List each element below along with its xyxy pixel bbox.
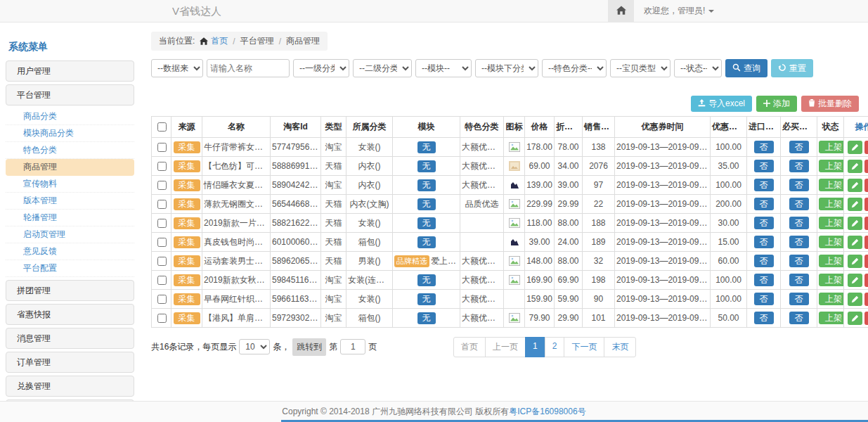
must-buy-toggle[interactable]: 否 (789, 141, 809, 153)
pager-item[interactable]: 下一页 (564, 337, 604, 357)
icp-link[interactable]: 粤ICP备16098006号 (509, 406, 585, 418)
status-badge[interactable]: 上架 (819, 141, 844, 153)
sidebar-group[interactable]: 拼团管理 (6, 280, 134, 301)
home-button[interactable] (608, 0, 634, 22)
delete-button[interactable] (864, 293, 868, 306)
select-all-checkbox[interactable] (157, 122, 167, 132)
row-checkbox[interactable] (157, 162, 167, 171)
pager-item[interactable]: 2 (545, 337, 565, 357)
delete-button[interactable] (864, 312, 868, 325)
filter-select[interactable]: --特色分类-- (542, 59, 607, 77)
breadcrumb-home-link[interactable]: 首页 (211, 35, 228, 47)
filter-select[interactable]: --一级分类-- (293, 59, 349, 77)
edit-button[interactable] (848, 293, 862, 306)
edit-button[interactable] (848, 160, 862, 173)
jump-button[interactable]: 跳转到 (292, 338, 326, 356)
filter-select[interactable]: --模块-- (415, 59, 472, 77)
must-buy-toggle[interactable]: 否 (789, 198, 809, 210)
add-button[interactable]: 添加 (756, 96, 797, 112)
must-buy-toggle[interactable]: 否 (789, 179, 809, 191)
sidebar-subitem[interactable]: 版本管理 (6, 193, 134, 210)
delete-button[interactable] (864, 217, 868, 230)
import-select-toggle[interactable]: 否 (754, 179, 774, 191)
edit-button[interactable] (848, 312, 862, 325)
pager-item[interactable]: 1 (525, 337, 545, 357)
delete-button[interactable] (864, 198, 868, 211)
status-badge[interactable]: 上架 (819, 236, 844, 248)
filter-select[interactable]: --二级分类-- (353, 59, 412, 77)
batch-delete-button[interactable]: 批量删除 (801, 96, 859, 112)
status-badge[interactable]: 上架 (819, 217, 844, 229)
filter-select[interactable]: --模块下分类-- (475, 59, 538, 77)
import-select-toggle[interactable]: 否 (754, 141, 774, 153)
sidebar-group[interactable]: 省惠快报 (6, 304, 134, 325)
name-search-input[interactable] (207, 59, 290, 77)
sidebar-subitem[interactable]: 商品管理 (6, 159, 134, 176)
edit-button[interactable] (848, 274, 862, 287)
must-buy-toggle[interactable]: 否 (789, 312, 809, 324)
sidebar-subitem[interactable]: 特色分类 (6, 142, 134, 159)
import-select-toggle[interactable]: 否 (754, 293, 774, 305)
sidebar-group[interactable]: 用户管理 (6, 60, 134, 82)
row-checkbox[interactable] (157, 200, 167, 209)
status-badge[interactable]: 上架 (819, 312, 844, 324)
status-badge[interactable]: 上架 (819, 179, 844, 191)
must-buy-toggle[interactable]: 否 (789, 160, 809, 172)
must-buy-toggle[interactable]: 否 (789, 274, 809, 286)
status-badge[interactable]: 上架 (819, 160, 844, 172)
row-checkbox[interactable] (157, 257, 167, 266)
sidebar-subitem[interactable]: 商品分类 (6, 108, 134, 125)
data-source-select[interactable]: --数据来源-- (151, 59, 203, 77)
must-buy-toggle[interactable]: 否 (789, 293, 809, 305)
edit-button[interactable] (848, 179, 862, 192)
import-select-toggle[interactable]: 否 (754, 255, 774, 267)
sidebar-subitem[interactable]: 宣传物料 (6, 176, 134, 193)
must-buy-toggle[interactable]: 否 (789, 236, 809, 248)
row-checkbox[interactable] (157, 295, 167, 304)
delete-button[interactable] (864, 160, 868, 173)
sidebar-subitem[interactable]: 模块商品分类 (6, 125, 134, 142)
import-select-toggle[interactable]: 否 (754, 198, 774, 210)
user-menu[interactable]: 欢迎您，管理员! (644, 5, 714, 17)
delete-button[interactable] (864, 255, 868, 268)
must-buy-toggle[interactable]: 否 (789, 217, 809, 229)
row-checkbox[interactable] (157, 276, 167, 285)
page-number-input[interactable] (340, 339, 365, 354)
sidebar-group[interactable]: 平台管理 (6, 84, 134, 106)
delete-button[interactable] (864, 274, 868, 287)
filter-select[interactable]: --宝贝类型-- (610, 59, 671, 77)
pager-item[interactable]: 末页 (604, 337, 636, 357)
import-select-toggle[interactable]: 否 (754, 236, 774, 248)
import-select-toggle[interactable]: 否 (754, 160, 774, 172)
delete-button[interactable] (864, 179, 868, 192)
import-excel-button[interactable]: 导入excel (691, 96, 752, 112)
status-badge[interactable]: 上架 (819, 255, 844, 267)
sidebar-group[interactable]: 消息管理 (6, 328, 134, 349)
edit-button[interactable] (848, 255, 862, 268)
row-checkbox[interactable] (157, 181, 167, 190)
pager-item[interactable]: 首页 (453, 337, 486, 357)
sidebar-subitem[interactable]: 意见反馈 (6, 243, 134, 260)
per-page-select[interactable]: 10 (239, 339, 270, 354)
row-checkbox[interactable] (157, 238, 167, 247)
must-buy-toggle[interactable]: 否 (789, 255, 809, 267)
import-select-toggle[interactable]: 否 (754, 274, 774, 286)
sidebar-subitem[interactable]: 启动页管理 (6, 226, 134, 243)
import-select-toggle[interactable]: 否 (754, 217, 774, 229)
sidebar-group[interactable]: 订单管理 (6, 352, 134, 373)
filter-select[interactable]: --状态-- (674, 59, 722, 77)
status-badge[interactable]: 上架 (819, 293, 844, 305)
sidebar-subitem[interactable]: 平台配置 (6, 260, 134, 277)
sidebar-group[interactable]: 兑换管理 (6, 376, 134, 397)
row-checkbox[interactable] (157, 143, 167, 152)
status-badge[interactable]: 上架 (819, 198, 844, 210)
status-badge[interactable]: 上架 (819, 274, 844, 286)
import-select-toggle[interactable]: 否 (754, 312, 774, 324)
search-button[interactable]: 查询 (725, 59, 767, 77)
edit-button[interactable] (848, 217, 862, 230)
row-checkbox[interactable] (157, 314, 167, 323)
delete-button[interactable] (864, 141, 868, 154)
pager-item[interactable]: 上一页 (485, 337, 526, 357)
sidebar-subitem[interactable]: 轮播管理 (6, 210, 134, 226)
delete-button[interactable] (864, 236, 868, 249)
